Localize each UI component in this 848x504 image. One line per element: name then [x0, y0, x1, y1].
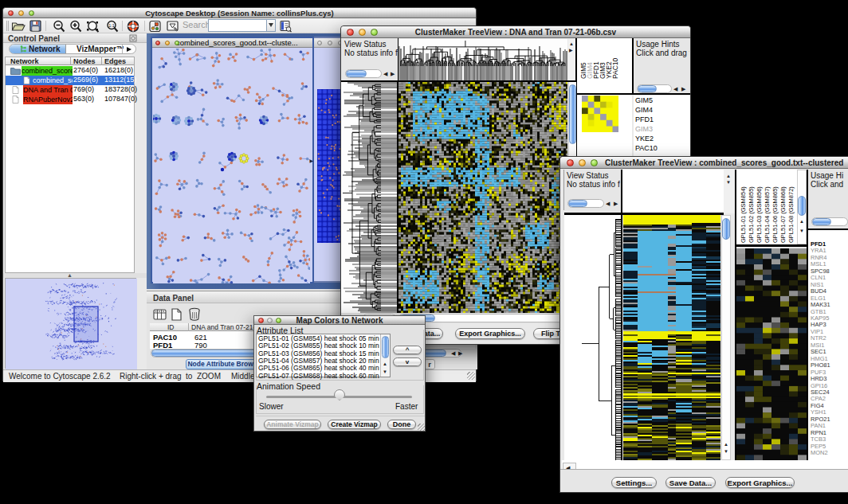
svg-text:GPL51-07 (GSM868): GPL51-07 (GSM868): [779, 186, 787, 243]
svg-text:GPL51-08 (GSM872): GPL51-08 (GSM872): [787, 186, 795, 243]
svg-text:GPL51-03 (GSM856): GPL51-03 (GSM856): [756, 186, 763, 243]
svg-text:GPL51-06 (GSM865): GPL51-06 (GSM865): [771, 186, 779, 243]
svg-text:GPL51-04 (GSM857): GPL51-04 (GSM857): [764, 186, 771, 243]
svg-text:1:1: 1:1: [108, 23, 115, 28]
svg-text:PAC10: PAC10: [611, 57, 619, 79]
svg-text:GPL51-02 (GSM855): GPL51-02 (GSM855): [748, 186, 755, 243]
svg-text:GPL51-01 (GSM854): GPL51-01 (GSM854): [740, 186, 747, 243]
